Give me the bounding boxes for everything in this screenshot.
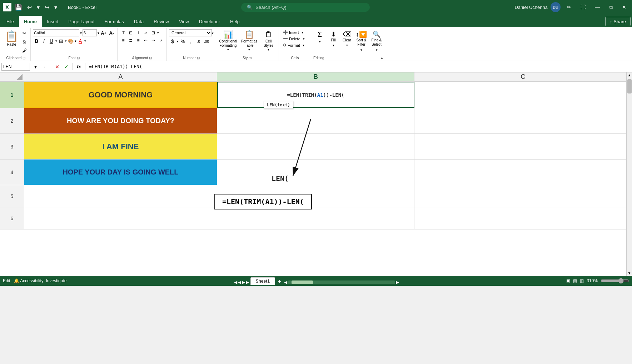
sort-dropdown[interactable]: ▾	[360, 48, 362, 52]
conditional-dropdown[interactable]: ▾	[227, 48, 229, 51]
view-page-layout[interactable]: ▤	[573, 278, 577, 283]
cell-c2[interactable]	[414, 108, 632, 133]
share-button[interactable]: ↑ Share	[605, 17, 631, 26]
zoom-slider[interactable]	[601, 278, 629, 284]
name-box-dropdown[interactable]: ▾	[31, 63, 39, 71]
scroll-up-button[interactable]: ▲	[627, 72, 632, 78]
vertical-scrollbar[interactable]: ▲ ▼	[626, 72, 632, 276]
cell-a5[interactable]	[24, 185, 217, 207]
cell-a2[interactable]: HOW ARE YOU DOING TODAY?	[24, 108, 217, 133]
borders-dropdown[interactable]: ▾	[65, 39, 67, 43]
row-header-6[interactable]: 6	[0, 207, 24, 229]
paste-button[interactable]: 📋 Paste	[4, 29, 20, 47]
delete-dropdown[interactable]: ▾	[303, 37, 305, 41]
cell-b2[interactable]	[217, 108, 414, 133]
clear-button[interactable]: ⌫ Clear	[340, 29, 353, 43]
font-name-dropdown[interactable]: ▾	[80, 31, 82, 35]
tab-developer[interactable]: Developer	[194, 16, 225, 27]
font-name-input[interactable]	[33, 29, 79, 36]
delete-button[interactable]: ➖ Delete	[281, 36, 302, 42]
cut-button[interactable]: ✂	[20, 29, 28, 37]
font-size-dropdown[interactable]: ▾	[98, 31, 99, 35]
decrease-font-button[interactable]: A-	[108, 29, 115, 36]
format-as-table-button[interactable]: 📋 Format asTable ▾	[239, 29, 259, 52]
bottom-align-button[interactable]: ⊥	[135, 29, 142, 36]
decrease-decimal-button[interactable]: .00	[203, 38, 210, 45]
cell-a3[interactable]: I AM FINE	[24, 134, 217, 159]
cell-b1[interactable]: =LEN(TRIM(A1))-LEN( LEN(text)	[217, 82, 414, 108]
format-table-dropdown[interactable]: ▾	[248, 48, 250, 51]
increase-font-button[interactable]: A+	[100, 29, 107, 36]
bold-button[interactable]: B	[33, 37, 40, 45]
undo-button[interactable]: ↩	[26, 3, 33, 11]
merge-dropdown[interactable]: ▾	[157, 31, 159, 35]
column-header-a[interactable]: A	[24, 72, 217, 81]
save-button[interactable]: 💾	[14, 3, 24, 11]
insert-dropdown[interactable]: ▾	[302, 31, 303, 34]
right-align-button[interactable]: ≡	[135, 37, 142, 44]
sheet-tab-1[interactable]: Sheet1	[250, 277, 275, 285]
pen-button[interactable]: ✏	[564, 3, 574, 11]
restore-button[interactable]: ⧉	[606, 3, 616, 12]
search-bar[interactable]: 🔍 Search (Alt+Q)	[241, 3, 370, 12]
clipboard-expand-icon[interactable]: ⊡	[23, 56, 25, 60]
clear-dropdown[interactable]: ▾	[346, 44, 348, 47]
tab-file[interactable]: File	[1, 16, 19, 27]
font-expand-icon[interactable]: ⊡	[77, 56, 80, 60]
cell-c5[interactable]	[414, 185, 632, 207]
increase-decimal-button[interactable]: .0	[195, 38, 202, 45]
fill-color-button[interactable]: 🎨	[67, 37, 74, 45]
tab-data[interactable]: Data	[129, 16, 149, 27]
center-align-button[interactable]: ≣	[127, 37, 134, 44]
hscroll-track[interactable]	[288, 280, 395, 284]
horizontal-scrollbar[interactable]: ◀ ▶	[284, 280, 399, 285]
scroll-thumb[interactable]	[627, 79, 632, 93]
row-header-2[interactable]: 2	[0, 108, 24, 133]
cell-a6[interactable]	[24, 207, 217, 229]
tab-scroll-right2[interactable]: ▶	[246, 280, 249, 285]
left-align-button[interactable]: ≡	[120, 37, 127, 44]
percent-button[interactable]: %	[179, 38, 186, 45]
cell-c4[interactable]	[414, 160, 632, 185]
undo-dropdown[interactable]: ▾	[35, 3, 41, 11]
format-button[interactable]: ⚙ Format	[281, 42, 302, 48]
view-page-break[interactable]: ▥	[580, 278, 584, 283]
cell-c3[interactable]	[414, 134, 632, 159]
find-dropdown[interactable]: ▾	[376, 48, 378, 52]
column-header-b[interactable]: B	[217, 72, 414, 81]
hscroll-right[interactable]: ▶	[396, 280, 399, 285]
format-painter-button[interactable]: 🖌	[20, 46, 28, 54]
editing-collapse-icon[interactable]: ▲	[380, 56, 384, 60]
merge-button[interactable]: ⊡	[150, 29, 157, 36]
cell-c1[interactable]	[414, 82, 632, 108]
minimize-button[interactable]: —	[592, 3, 603, 11]
alignment-expand-icon[interactable]: ⊡	[149, 56, 152, 60]
row-header-4[interactable]: 4	[0, 160, 24, 185]
view-normal[interactable]: ▣	[566, 278, 570, 283]
fontcolor-dropdown[interactable]: ▾	[84, 39, 86, 43]
scroll-down-button[interactable]: ▼	[627, 271, 632, 276]
row-header-5[interactable]: 5	[0, 185, 24, 207]
dollar-button[interactable]: $	[169, 38, 176, 45]
copy-button[interactable]: ⎘	[20, 38, 28, 46]
fullscreen-button[interactable]: ⛶	[578, 3, 588, 11]
increase-indent-button[interactable]: ⇒	[150, 37, 157, 44]
underline-button[interactable]: U	[48, 37, 55, 45]
fill-dropdown[interactable]: ▾	[333, 44, 334, 47]
tab-formulas[interactable]: Formulas	[100, 16, 129, 27]
autosum-dropdown[interactable]: ▾	[319, 40, 321, 44]
orientation-button[interactable]: ↗	[157, 37, 164, 44]
sort-filter-button[interactable]: ↕🔽 Sort &Filter	[354, 29, 369, 48]
num-expand-arrow[interactable]: ▾	[212, 31, 214, 35]
comma-button[interactable]: ,	[187, 38, 194, 45]
tab-scroll-left[interactable]: ◀	[234, 280, 237, 285]
add-sheet-button[interactable]: +	[277, 278, 283, 285]
tab-scroll-left2[interactable]: ◀	[238, 280, 241, 285]
hscroll-left[interactable]: ◀	[284, 280, 287, 285]
cancel-button[interactable]: ✕	[53, 63, 61, 71]
row-header-1[interactable]: 1	[0, 82, 24, 108]
cell-a1[interactable]: GOOD MORNING	[24, 82, 217, 108]
cell-styles-dropdown[interactable]: ▾	[268, 48, 269, 51]
fill-button[interactable]: ⬇ Fill	[327, 29, 340, 43]
number-format-select[interactable]: General	[169, 29, 212, 36]
